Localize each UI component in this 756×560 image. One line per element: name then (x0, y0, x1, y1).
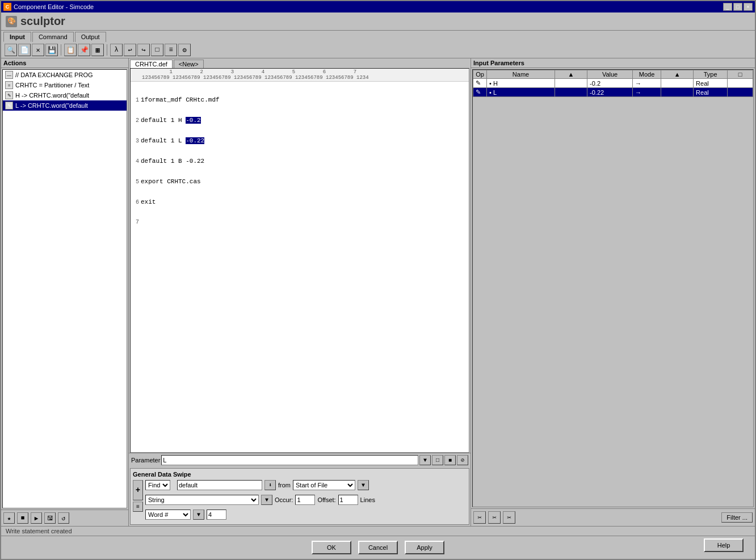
gds-add-btn[interactable]: + (133, 480, 143, 500)
tab-command[interactable]: Command (32, 32, 74, 42)
close-button[interactable]: × (744, 3, 753, 11)
col-header-type-scroll: □ (728, 70, 753, 79)
param-type-H: Real (694, 79, 728, 88)
gds-download-btn[interactable]: ⬇ (264, 480, 276, 490)
code-line-7: 7 (131, 219, 469, 225)
undo2-btn[interactable]: ↺ (58, 512, 69, 524)
gds-lines-label: Lines (360, 496, 375, 503)
param-btn2[interactable]: ■ (444, 455, 456, 465)
param-dropdown-btn[interactable]: ▼ (419, 455, 431, 465)
minimize-button[interactable]: _ (723, 3, 732, 11)
editor-area[interactable]: 1 2 3 4 5 6 7 123456789 123456789 123456… (130, 68, 469, 453)
paste-btn[interactable]: 📌 (78, 44, 90, 56)
star-btn[interactable]: ★ (3, 512, 15, 524)
params-table-body: ✎ • H -0.2 → Real ✎ • L (473, 79, 753, 97)
gds-find-input[interactable] (177, 480, 262, 490)
save2-btn[interactable]: 🖫 (44, 512, 56, 524)
bottom-bar: Write statement created OK Cancel Apply … (1, 526, 755, 559)
status-bar: Write statement created (1, 526, 755, 536)
params-table-container: Op Name ▲ Value Mode ▲ Type □ ✎ (472, 69, 754, 507)
redo-btn[interactable]: ↪ (137, 44, 150, 56)
apply-button[interactable]: Apply (405, 541, 444, 554)
action-item-4[interactable]: ✎ L -> CRHTC.word("default (3, 100, 127, 111)
action-item-3[interactable]: ✎ H -> CRHTC.word("default (3, 90, 127, 100)
ok-button[interactable]: OK (312, 541, 351, 554)
general-data-swipe: General Data Swipe + ≡ Find ⬇ (130, 468, 469, 525)
gds-word-dropdown[interactable]: ▼ (193, 510, 204, 520)
scissors2-btn[interactable]: ✂ (488, 511, 501, 524)
code-content: 1 1format_mdf CRHtc.mdf 2 default 1 H -0… (131, 82, 469, 240)
insert-btn[interactable]: ▦ (91, 44, 104, 56)
param-btn3[interactable]: ⊘ (457, 455, 468, 465)
title-bar-controls: _ □ × (723, 3, 753, 11)
line-num-3: 3 (131, 138, 141, 144)
left-panel-footer: ★ ■ ▶ 🖫 ↺ (1, 510, 128, 526)
gds-sub-btn[interactable]: ≡ (133, 502, 143, 512)
param-empty2-H (661, 79, 694, 88)
action-icon-2: = (5, 81, 13, 89)
gds-offset-input[interactable] (338, 495, 358, 505)
close-btn[interactable]: ✕ (32, 44, 44, 56)
lines-btn[interactable]: ≡ (165, 44, 177, 56)
app-icon-small: C (3, 3, 11, 11)
parameter-input[interactable] (161, 455, 418, 465)
editor-tabs: CRHTC.def <New> (129, 58, 471, 68)
new-btn[interactable]: 📄 (18, 44, 31, 56)
line-num-4: 4 (131, 158, 141, 165)
play-btn[interactable]: ▶ (31, 512, 42, 524)
param-row-H[interactable]: ✎ • H -0.2 → Real (473, 79, 753, 88)
param-empty1-H (555, 79, 587, 88)
line-content-6: exit (141, 199, 469, 205)
lambda-btn[interactable]: λ (110, 44, 123, 56)
tab-output[interactable]: Output (75, 32, 106, 42)
stop-btn[interactable]: ■ (17, 512, 28, 524)
line-content-3: default 1 L -0.22 (141, 137, 469, 144)
undo-btn[interactable]: ↩ (124, 44, 136, 56)
gds-row-3: Word # ▼ (145, 510, 467, 520)
gds-main-row: + ≡ Find ⬇ from St (133, 480, 467, 522)
col-header-spacer: ▲ (555, 70, 587, 79)
gds-from-select[interactable]: Start of File Current Position End of Fi… (293, 480, 355, 490)
scissors3-btn[interactable]: ✂ (503, 511, 515, 524)
line-content-4: default 1 B -0.22 (141, 158, 469, 165)
gds-row-1: Find ⬇ from Start of File Current Positi… (145, 480, 467, 490)
extra-btn[interactable]: ⚙ (178, 44, 191, 56)
open-btn[interactable]: 🔍 (5, 44, 17, 56)
main-content: Actions — // DATA EXCHANGE PROG = CRHTC … (1, 58, 755, 526)
action-item-2[interactable]: = CRHTC = Partitioner / Text (3, 80, 127, 90)
gds-type-select[interactable]: String Number Regex (145, 495, 259, 505)
line-num-5: 5 (131, 179, 141, 185)
gds-word-select[interactable]: Word # (145, 510, 191, 520)
help-button[interactable]: Help (704, 538, 744, 552)
gds-right: Find ⬇ from Start of File Current Positi… (145, 480, 467, 522)
param-row-L[interactable]: ✎ • L -0.22 → Real (473, 88, 753, 97)
param-scroll-H (728, 79, 753, 88)
param-value-L: -0.22 (587, 88, 633, 97)
maximize-button[interactable]: □ (733, 3, 742, 11)
gds-from-dropdown[interactable]: ▼ (358, 480, 369, 490)
input-params-title: Input Parameters (471, 58, 755, 68)
actions-title: Actions (1, 58, 128, 68)
code-line-3: 3 default 1 L -0.22 (131, 137, 469, 144)
save-btn[interactable]: 💾 (45, 44, 58, 56)
filter-button[interactable]: Filter ... (721, 512, 753, 523)
action-label-1: // DATA EXCHANGE PROG (15, 71, 93, 78)
line-num-2: 2 (131, 117, 141, 124)
button-bar: OK Cancel Apply Help (1, 536, 755, 559)
editor-tab-crhtc[interactable]: CRHTC.def (130, 60, 173, 68)
gds-find-select[interactable]: Find (145, 480, 170, 490)
cancel-button[interactable]: Cancel (358, 541, 398, 554)
gds-occur-input[interactable] (295, 495, 315, 505)
copy-btn[interactable]: 📋 (64, 44, 77, 56)
square-btn[interactable]: □ (151, 44, 163, 56)
app-header: 🎨 sculptor (1, 12, 755, 31)
col-header-value: Value (587, 70, 633, 79)
scissors1-btn[interactable]: ✂ (473, 511, 486, 524)
action-item-1[interactable]: — // DATA EXCHANGE PROG (3, 70, 127, 80)
tab-input[interactable]: Input (3, 32, 31, 42)
main-tabs: Input Command Output (1, 31, 755, 42)
gds-word-input[interactable] (207, 510, 226, 520)
editor-tab-new[interactable]: <New> (174, 60, 204, 68)
param-btn1[interactable]: □ (432, 455, 443, 465)
gds-type-dropdown[interactable]: ▼ (261, 495, 272, 505)
